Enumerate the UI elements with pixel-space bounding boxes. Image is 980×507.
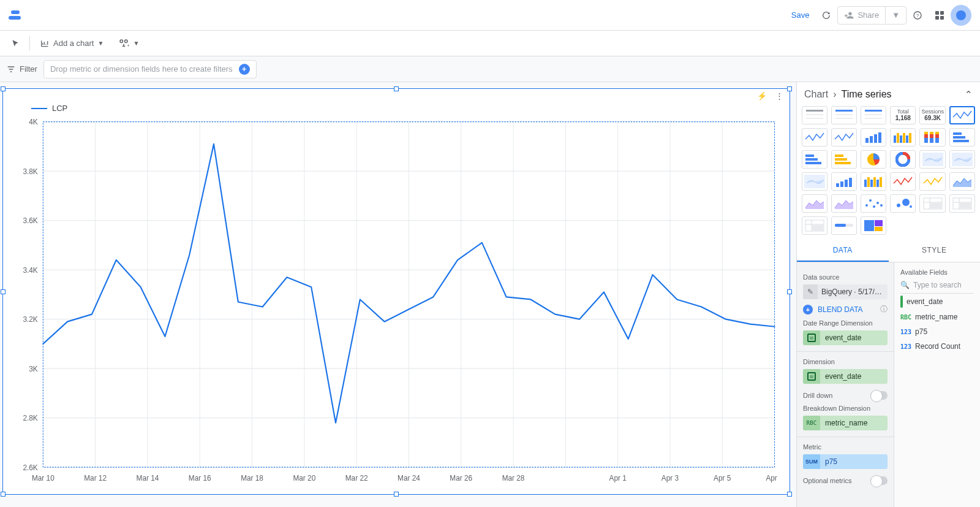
resize-handle[interactable] xyxy=(394,86,399,91)
chart-type-donut[interactable] xyxy=(890,150,916,169)
fields-search[interactable]: 🔍 Type to search xyxy=(900,280,974,294)
chart-type-scatter[interactable] xyxy=(861,194,886,213)
resize-handle[interactable] xyxy=(787,86,792,91)
chart-legend: LCP xyxy=(31,104,778,113)
field-event-date[interactable]: event_date xyxy=(900,294,974,310)
community-viz-button[interactable]: + ▼ xyxy=(113,36,144,51)
svg-rect-102 xyxy=(870,180,873,187)
svg-point-113 xyxy=(910,205,912,208)
field-record-count[interactable]: 123Record Count xyxy=(900,339,974,354)
chart-type-pivot[interactable] xyxy=(949,194,975,213)
chart-type-bubble[interactable] xyxy=(890,194,916,213)
resize-handle[interactable] xyxy=(1,86,6,91)
realtime-icon[interactable]: ⚡ xyxy=(757,91,767,101)
chart-type-scorecard[interactable]: Total1,168 xyxy=(890,106,916,124)
chart-type-bullet[interactable] xyxy=(831,216,857,235)
svg-text:Mar 20: Mar 20 xyxy=(293,474,315,482)
chart-type-geo[interactable] xyxy=(949,150,975,169)
svg-text:Apr 5: Apr 5 xyxy=(714,474,731,482)
chart-type-table[interactable] xyxy=(831,106,857,124)
tab-style[interactable]: STYLE xyxy=(889,240,981,262)
svg-rect-125 xyxy=(812,225,823,231)
svg-text:+: + xyxy=(127,43,130,48)
chart-type-geo[interactable] xyxy=(802,172,827,191)
resize-handle[interactable] xyxy=(787,492,792,497)
calendar-icon xyxy=(803,330,820,345)
drill-down-toggle[interactable] xyxy=(870,391,888,400)
selected-chart[interactable]: ⚡ ⋮ LCP 2.6K2.8K3K3.2K3.4K3.6K3.8K4KMar … xyxy=(2,88,790,495)
resize-handle[interactable] xyxy=(1,492,6,497)
refresh-button[interactable] xyxy=(815,4,837,26)
field-metric-name[interactable]: RBCmetric_name xyxy=(900,310,974,324)
available-fields: Available Fields 🔍 Type to search event_… xyxy=(894,262,980,507)
chart-type-smooth[interactable] xyxy=(831,128,857,147)
resize-handle[interactable] xyxy=(787,289,792,294)
resize-handle[interactable] xyxy=(394,492,399,497)
help-button[interactable]: ? xyxy=(907,4,929,26)
canvas[interactable]: ⚡ ⋮ LCP 2.6K2.8K3K3.2K3.4K3.6K3.8K4KMar … xyxy=(0,82,796,507)
chart-type-treemap[interactable] xyxy=(861,216,886,235)
svg-rect-74 xyxy=(924,134,928,138)
dimension-chip[interactable]: event_date xyxy=(803,369,888,384)
resize-handle[interactable] xyxy=(1,289,6,294)
chart-type-area[interactable] xyxy=(949,172,975,191)
chart-type-timeseries[interactable] xyxy=(949,106,975,124)
svg-text:Mar 24: Mar 24 xyxy=(398,474,420,482)
chart-type-pivot[interactable] xyxy=(802,216,827,235)
date-range-dimension-chip[interactable]: event_date xyxy=(803,330,888,345)
save-button[interactable]: Save xyxy=(785,7,816,23)
chart-type-pivot[interactable] xyxy=(919,194,946,213)
chart-type-spark[interactable] xyxy=(802,128,827,147)
panel-tabs: DATA STYLE xyxy=(797,240,980,262)
refresh-icon xyxy=(821,10,831,21)
svg-rect-62 xyxy=(865,110,882,112)
chart-type-table[interactable] xyxy=(861,106,886,124)
field-p75[interactable]: 123p75 xyxy=(900,324,974,339)
select-tool[interactable] xyxy=(6,37,24,50)
add-chart-button[interactable]: Add a chart▼ xyxy=(35,36,108,51)
svg-text:Apr 1: Apr 1 xyxy=(609,474,627,482)
breakdown-dimension-chip[interactable]: RBC metric_name xyxy=(803,416,888,430)
workspace: ⚡ ⋮ LCP 2.6K2.8K3K3.2K3.4K3.6K3.8K4KMar … xyxy=(0,82,980,507)
svg-text:?: ? xyxy=(916,12,919,18)
chart-type-line[interactable] xyxy=(919,172,946,191)
account-avatar[interactable] xyxy=(951,5,971,26)
properties-panel: Chart › Time series ⌄ Total1,168Sessions… xyxy=(796,82,980,507)
chart-type-bar[interactable] xyxy=(861,128,886,147)
optional-metrics-toggle[interactable] xyxy=(870,476,888,485)
chart-type-scorecard[interactable]: Sessions69.3K xyxy=(919,106,946,124)
chart-type-area[interactable] xyxy=(802,194,827,213)
share-dropdown[interactable]: Share ▼ xyxy=(837,6,907,25)
chart-type-hbar[interactable] xyxy=(831,150,857,169)
svg-rect-80 xyxy=(935,134,939,138)
metric-chip[interactable]: SUM p75 xyxy=(803,454,888,469)
svg-rect-65 xyxy=(874,134,877,143)
svg-point-109 xyxy=(876,202,879,204)
svg-text:Mar 28: Mar 28 xyxy=(502,474,525,482)
chart-type-hbar[interactable] xyxy=(949,128,975,147)
chart-more-icon[interactable]: ⋮ xyxy=(775,91,783,101)
data-source-chip[interactable]: ✎ BigQuery · 5/17/2… xyxy=(803,284,888,299)
chart-type-table[interactable] xyxy=(802,106,827,124)
svg-text:3.6K: 3.6K xyxy=(23,216,37,225)
collapse-panel-button[interactable]: ⌄ xyxy=(965,88,973,100)
add-filter-icon: + xyxy=(239,64,250,75)
chart-type-bar[interactable] xyxy=(890,128,916,147)
tab-data[interactable]: DATA xyxy=(797,240,889,262)
apps-button[interactable] xyxy=(929,4,951,26)
filter-dropzone[interactable]: Drop metric or dimension fields here to … xyxy=(43,60,257,78)
chart-type-hbar[interactable] xyxy=(802,150,827,169)
svg-rect-68 xyxy=(897,133,899,143)
chart-type-line[interactable] xyxy=(890,172,916,191)
chart-type-geo[interactable] xyxy=(919,150,946,169)
svg-rect-73 xyxy=(924,138,928,143)
svg-rect-54 xyxy=(806,110,823,112)
chart-type-bar-stacked[interactable] xyxy=(919,128,946,147)
svg-point-106 xyxy=(865,204,868,207)
chart-type-combo[interactable] xyxy=(861,172,886,191)
info-icon[interactable]: ⓘ xyxy=(880,304,888,314)
chart-type-area[interactable] xyxy=(831,194,857,213)
chart-type-combo[interactable] xyxy=(831,172,857,191)
chart-type-pie[interactable] xyxy=(861,150,886,169)
blend-data-button[interactable]: + BLEND DATA ⓘ xyxy=(803,304,888,314)
